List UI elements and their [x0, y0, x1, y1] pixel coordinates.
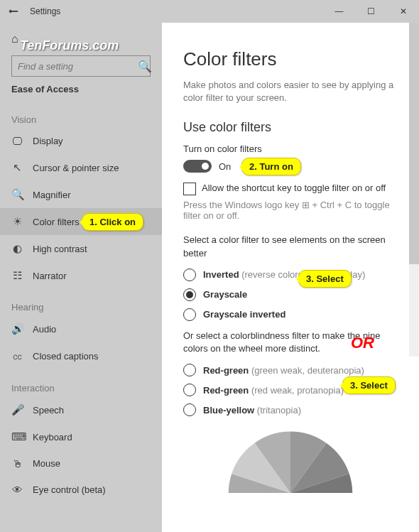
- color-wheel: [227, 429, 354, 493]
- back-button[interactable]: 🠔: [0, 6, 27, 17]
- eye-icon: 👁: [11, 484, 23, 496]
- shortcut-checkbox[interactable]: [183, 183, 196, 195]
- captions-icon: ㏄: [11, 349, 23, 363]
- sidebar-item-keyboard[interactable]: ⌨Keyboard: [0, 423, 162, 450]
- sidebar-item-highcontrast[interactable]: ◐High contrast: [0, 235, 162, 262]
- sidebar-item-label: Mouse: [33, 458, 60, 469]
- callout-1: 1. Click on: [82, 213, 143, 231]
- group-interaction: Interaction: [0, 370, 162, 396]
- sidebar-item-label: High contrast: [33, 244, 87, 254]
- radio-icon: [183, 364, 196, 376]
- toggle-title: Turn on color filters: [183, 143, 398, 154]
- highcontrast-icon: ◐: [11, 242, 23, 255]
- sidebar-item-label: Audio: [33, 324, 56, 335]
- display-icon: 🖵: [11, 135, 23, 147]
- search-input[interactable]: [12, 61, 138, 72]
- sidebar-item-eye[interactable]: 👁Eye control (beta): [0, 477, 162, 503]
- callout-2: 2. Turn on: [241, 158, 301, 175]
- callout-3a: 3. Select: [298, 270, 352, 288]
- speech-icon: 🎤: [11, 403, 23, 416]
- sidebar-item-magnifier[interactable]: 🔍Magnifier: [0, 181, 162, 208]
- radio-grayscale[interactable]: Grayscale: [183, 288, 398, 301]
- radio-icon: [183, 308, 196, 321]
- shortcut-hint: Press the Windows logo key ⊞ + Ctrl + C …: [183, 200, 398, 221]
- section-title: Ease of Access: [0, 84, 162, 102]
- mouse-icon: 🖱: [11, 457, 23, 469]
- windows-logo-icon: ⊞: [302, 200, 310, 210]
- minimize-button[interactable]: —: [323, 6, 355, 16]
- radio-grayscale-inverted[interactable]: Grayscale inverted: [183, 308, 398, 321]
- colorfilters-toggle[interactable]: [183, 160, 212, 173]
- radio-redgreen-deuteranopia[interactable]: Red-green (green weak, deuteranopia): [183, 364, 398, 376]
- radio-icon: [183, 268, 196, 281]
- checkbox-label: Allow the shortcut key to toggle filter …: [202, 183, 386, 193]
- group-vision: Vision: [0, 102, 162, 128]
- group-hearing: Hearing: [0, 289, 162, 315]
- filter-prompt: Select a color filter to see elements on…: [183, 234, 398, 259]
- maximize-button[interactable]: ☐: [355, 6, 387, 16]
- radio-icon: [183, 403, 196, 416]
- magnifier-icon: 🔍: [11, 188, 23, 201]
- audio-icon: 🔊: [11, 322, 23, 335]
- section-heading: Use color filters: [183, 120, 398, 135]
- search-icon: 🔍: [138, 60, 152, 73]
- cursor-icon: ↖: [11, 161, 23, 174]
- watermark: TenForums.com: [20, 38, 119, 53]
- radio-blueyellow[interactable]: Blue-yellow (tritanopia): [183, 403, 398, 416]
- or-text: OR: [351, 334, 374, 352]
- sidebar-item-speech[interactable]: 🎤Speech: [0, 396, 162, 423]
- sidebar-item-label: Cursor & pointer size: [33, 163, 119, 173]
- page-heading: Color filters: [183, 48, 398, 70]
- keyboard-icon: ⌨: [11, 430, 23, 443]
- sidebar-item-mouse[interactable]: 🖱Mouse: [0, 450, 162, 477]
- page-description: Make photos and colors easier to see by …: [183, 79, 398, 104]
- search-box[interactable]: 🔍: [11, 55, 151, 77]
- sidebar: ⌂ 🔍 Ease of Access Vision 🖵Display ↖Curs…: [0, 23, 162, 532]
- narrator-icon: ☷: [11, 269, 23, 282]
- radio-icon: [183, 384, 196, 396]
- scrollbar-thumb[interactable]: [409, 23, 419, 264]
- close-button[interactable]: ✕: [387, 6, 419, 16]
- sidebar-item-captions[interactable]: ㏄Closed captions: [0, 342, 162, 370]
- sidebar-item-cursor[interactable]: ↖Cursor & pointer size: [0, 154, 162, 181]
- sidebar-item-display[interactable]: 🖵Display: [0, 128, 162, 154]
- toggle-state: On: [219, 161, 231, 172]
- sidebar-item-label: Color filters: [33, 217, 80, 227]
- titlebar: 🠔 Settings — ☐ ✕: [0, 0, 419, 23]
- sidebar-item-label: Closed captions: [33, 351, 99, 362]
- sidebar-item-narrator[interactable]: ☷Narrator: [0, 262, 162, 289]
- radio-icon: [183, 288, 196, 301]
- content-pane: Color filters Make photos and colors eas…: [162, 23, 419, 532]
- radio-inverted[interactable]: Inverted (reverse colors on the display): [183, 268, 398, 281]
- sidebar-item-label: Keyboard: [33, 432, 72, 443]
- colorfilters-icon: ☀: [11, 215, 23, 228]
- sidebar-item-label: Display: [33, 136, 63, 146]
- sidebar-item-label: Speech: [33, 405, 64, 416]
- sidebar-item-label: Magnifier: [33, 190, 70, 200]
- sidebar-item-label: Eye control (beta): [33, 484, 106, 495]
- window-title: Settings: [27, 6, 60, 16]
- sidebar-item-label: Narrator: [33, 271, 67, 281]
- sidebar-item-audio[interactable]: 🔊Audio: [0, 315, 162, 342]
- callout-3b: 3. Select: [342, 376, 396, 394]
